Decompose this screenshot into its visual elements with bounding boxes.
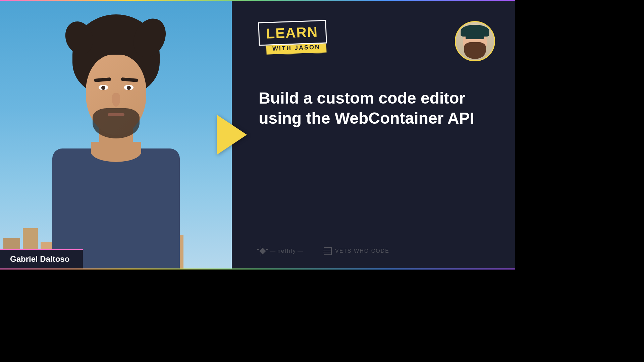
vets-who-code-label: VETS WHO CODE: [335, 248, 389, 254]
logo-learn-text: LEARN: [266, 24, 319, 42]
guest-photo-panel: Gabriel Daltoso: [0, 1, 232, 268]
header-row: LEARN WITH JASON: [259, 21, 495, 61]
episode-info-panel: LEARN WITH JASON Build a custom code edi…: [232, 1, 515, 268]
sponsors-row: netlify VETS WHO CODE: [259, 247, 389, 255]
netlify-label: netlify: [270, 248, 304, 254]
learn-with-jason-logo: LEARN WITH JASON: [258, 20, 327, 55]
vets-who-code-sponsor: VETS WHO CODE: [324, 247, 389, 255]
guest-name-label: Gabriel Daltoso: [0, 249, 83, 268]
host-avatar: [455, 21, 495, 61]
netlify-sponsor: netlify: [259, 247, 304, 255]
guest-photo: [0, 1, 232, 268]
guest-portrait: [52, 21, 180, 256]
video-thumbnail-card: Gabriel Daltoso LEARN WITH JASON Build a…: [0, 0, 515, 269]
hash-icon: [324, 247, 332, 255]
episode-title: Build a custom code editor using the Web…: [259, 88, 495, 128]
play-button[interactable]: [217, 115, 247, 155]
netlify-icon: [259, 247, 267, 255]
